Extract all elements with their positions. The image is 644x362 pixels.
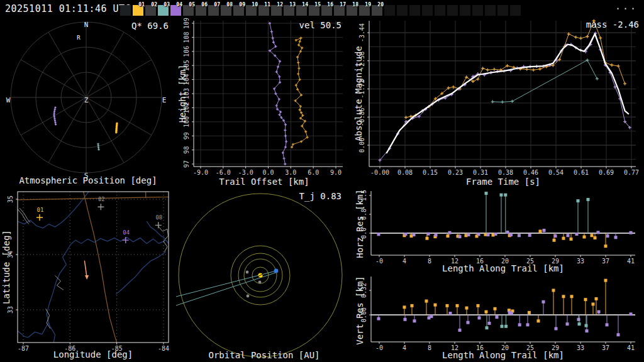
svg-text:0.54: 0.54 (548, 169, 564, 176)
svg-text:4: 4 (402, 258, 406, 265)
svg-text:109: 109 (183, 18, 190, 29)
svg-text:Z: Z (84, 96, 89, 104)
station-button-label: 06 (201, 2, 208, 8)
station-button-18[interactable]: 18 (347, 5, 357, 16)
svg-text:-0: -0 (375, 344, 383, 351)
station-button-label: 02 (151, 2, 157, 8)
svg-text:E: E (162, 96, 167, 104)
magnitude-x-axis-label: Frame Time [s] (428, 177, 579, 187)
svg-text:0.23: 0.23 (448, 169, 463, 176)
vert-y-axis-label: Vert Res [km] (355, 273, 364, 348)
station-button-12[interactable]: 12 (271, 5, 282, 16)
overflow-menu-icon[interactable]: ... (615, 1, 638, 12)
station-button-label: 18 (352, 2, 358, 8)
station-button-label: 07 (214, 2, 220, 8)
station-button-label: 01 (138, 2, 145, 8)
mass-stat: mass -2.46 (528, 19, 639, 30)
svg-text:6.0: 6.0 (308, 169, 319, 176)
map-y-axis-label: Latitude [deg] (2, 220, 11, 314)
station-button-19[interactable]: 19 (359, 5, 370, 16)
utc-timestamp: 20251011 01:11:46 UTC (5, 3, 131, 14)
station-button-label: 15 (314, 2, 321, 8)
station-slot-empty (409, 5, 420, 16)
svg-text:N: N (84, 21, 89, 29)
station-slot-empty (485, 5, 496, 16)
station-button-label: 14 (302, 2, 308, 8)
station-slot-empty (384, 5, 395, 16)
station-button-05[interactable]: 05 (183, 5, 194, 16)
q-stat: Q* 69.6 (93, 21, 169, 31)
svg-text:04: 04 (123, 229, 130, 236)
station-button-02[interactable]: 02 (145, 5, 156, 16)
svg-text:3.0: 3.0 (285, 169, 296, 176)
station-button-label: 16 (327, 2, 333, 8)
station-button-06[interactable]: 06 (196, 5, 206, 16)
station-button-13[interactable]: 13 (284, 5, 294, 16)
station-button-label: 13 (289, 2, 296, 8)
station-button-14[interactable]: 14 (296, 5, 307, 16)
station-slot-empty (472, 5, 483, 16)
station-slot-empty (435, 5, 445, 16)
svg-text:-3.0: -3.0 (238, 169, 253, 176)
station-slot-empty (497, 5, 508, 16)
trail-y-axis-label: Height [km] (178, 59, 187, 128)
vert-x-axis-label: Length Along Trail [km] (428, 350, 579, 360)
station-button-label: 08 (226, 2, 233, 8)
station-button-01[interactable]: 01 (133, 5, 143, 16)
orbital-position-plot (176, 189, 352, 362)
trail-offset-plot: -9.0-6.0-3.00.03.06.09.09798991001021031… (176, 18, 352, 187)
svg-text:97: 97 (183, 160, 190, 168)
station-button-row: 0102030405060708091011121314151617181920 (120, 5, 521, 16)
svg-text:02: 02 (98, 196, 105, 202)
svg-text:0.31: 0.31 (473, 169, 488, 176)
horz-y-axis-label: Horz Res [km] (355, 186, 364, 261)
station-button-label: 04 (176, 2, 182, 8)
map-x-axis-label: Longitude [deg] (18, 349, 169, 359)
svg-text:0.38: 0.38 (498, 169, 513, 176)
station-button-03[interactable]: 03 (158, 5, 169, 16)
atmospheric-plot-title: Atmospheric Position [deg] (6, 175, 170, 185)
svg-text:0.15: 0.15 (423, 169, 438, 176)
station-button-09[interactable]: 09 (233, 5, 244, 16)
station-button-07[interactable]: 07 (208, 5, 219, 16)
svg-text:37: 37 (602, 258, 609, 265)
station-button-04[interactable]: 04 (170, 5, 181, 16)
station-button-17[interactable]: 17 (334, 5, 345, 16)
ground-map-plot: -87-86-85-8435343301020408 (0, 189, 176, 362)
station-slot-empty (460, 5, 470, 16)
svg-text:4: 4 (402, 344, 406, 351)
top-toolbar: 20251011 01:11:46 UTC 010203040506070809… (0, 0, 644, 18)
station-button-label: 09 (239, 2, 245, 8)
station-button-20[interactable]: 20 (372, 5, 382, 16)
station-button-10[interactable]: 10 (246, 5, 257, 16)
station-button-label: 03 (164, 2, 170, 8)
svg-text:-6.0: -6.0 (216, 169, 231, 176)
svg-text:-9.0: -9.0 (193, 169, 208, 176)
station-slot-blank (120, 5, 131, 16)
svg-text:W: W (6, 96, 11, 104)
svg-text:0.0: 0.0 (262, 169, 274, 176)
station-button-label: 12 (277, 2, 283, 8)
meteor-analysis-app: { "header": { "timestamp": "20251011 01:… (0, 0, 644, 362)
svg-text:35: 35 (7, 195, 14, 203)
station-button-11[interactable]: 11 (258, 5, 269, 16)
svg-text:41: 41 (627, 344, 635, 351)
vertical-residuals-plot: -04812162025293337410.000.32 (352, 274, 644, 362)
station-button-label: 11 (264, 2, 270, 8)
absolute-magnitude-plot: -0.000.080.150.230.310.380.460.540.610.6… (352, 18, 644, 187)
svg-text:0.08: 0.08 (397, 169, 413, 176)
station-button-08[interactable]: 08 (221, 5, 231, 16)
svg-text:37: 37 (602, 344, 609, 351)
svg-text:0.61: 0.61 (574, 169, 589, 176)
station-slot-empty (510, 5, 521, 16)
magnitude-y-axis-label: Absolute Magnitude (354, 31, 363, 156)
svg-text:01: 01 (37, 207, 44, 213)
station-button-label: 05 (189, 2, 195, 8)
svg-text:-0: -0 (375, 258, 383, 265)
station-button-15[interactable]: 15 (309, 5, 319, 16)
station-button-label: 10 (252, 2, 258, 8)
station-button-16[interactable]: 16 (321, 5, 332, 16)
vel-stat: vel 50.5 (242, 20, 341, 30)
svg-text:41: 41 (627, 258, 635, 265)
station-slot-empty (422, 5, 433, 16)
